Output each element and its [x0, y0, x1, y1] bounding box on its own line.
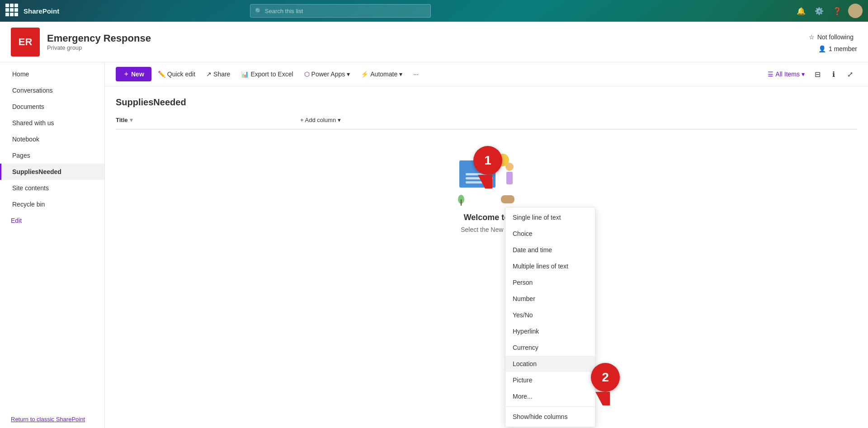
top-navigation: SharePoint 🔍 🔔 ⚙️ ❓	[0, 0, 868, 22]
sidebar-item-home[interactable]: Home	[0, 66, 104, 82]
sidebar: Home Conversations Documents Shared with…	[0, 62, 105, 428]
share-icon: ↗	[206, 71, 212, 78]
filter-icon[interactable]: ⊟	[810, 67, 825, 81]
search-input[interactable]	[265, 8, 426, 14]
help-icon[interactable]: ❓	[830, 4, 844, 18]
automate-button[interactable]: ⚡ Automate ▾	[356, 68, 407, 80]
dropdown-item-date-time[interactable]: Date and time	[505, 242, 595, 258]
more-button[interactable]: ···	[409, 68, 423, 80]
site-title-block: Emergency Response Private group	[47, 33, 805, 51]
power-apps-icon: ⬡	[304, 71, 310, 78]
all-items-dropdown[interactable]: ☰ All Items ▾	[764, 68, 808, 80]
callout-badge-1: 1	[473, 146, 502, 175]
list-header: Title ▾ + Add column ▾	[116, 115, 857, 130]
all-items-label: All Items	[775, 71, 800, 78]
bell-icon[interactable]: 🔔	[794, 4, 808, 18]
dropdown-divider	[505, 406, 595, 407]
main-content: ＋ New ✏️ Quick edit ↗ Share 📊 Export to …	[105, 62, 868, 428]
chevron-down-icon-2: ▾	[399, 71, 402, 78]
edit-icon: ✏️	[158, 71, 165, 78]
members-button[interactable]: 👤 1 member	[818, 45, 857, 52]
search-bar[interactable]: 🔍	[250, 4, 431, 18]
site-header: ER Emergency Response Private group ☆ No…	[0, 22, 868, 62]
person-icon: 👤	[818, 45, 826, 52]
callout-1-arrow	[478, 175, 492, 188]
star-icon: ☆	[809, 33, 815, 41]
expand-icon[interactable]: ⤢	[843, 67, 857, 81]
dropdown-item-person[interactable]: Person	[505, 274, 595, 291]
sidebar-edit-button[interactable]: Edit	[0, 212, 104, 229]
sidebar-item-supplies-needed[interactable]: SuppliesNeeded	[0, 164, 104, 180]
illustration-plant	[457, 193, 465, 206]
title-column-header[interactable]: Title ▾	[116, 117, 297, 123]
welcome-sub: Select the New bu	[461, 226, 512, 233]
welcome-title: Welcome to	[464, 213, 509, 222]
sort-icon: ▾	[130, 117, 133, 123]
dropdown-item-multi-line[interactable]: Multiple lines of text	[505, 258, 595, 274]
settings-icon[interactable]: ⚙️	[812, 4, 826, 18]
dropdown-item-more[interactable]: More...	[505, 388, 595, 404]
sidebar-item-shared-with-us[interactable]: Shared with us	[0, 115, 104, 131]
callout-badge-2: 2	[591, 363, 620, 392]
list-icon: ☰	[768, 71, 774, 78]
new-button[interactable]: ＋ New	[116, 67, 151, 81]
sidebar-item-recycle-bin[interactable]: Recycle bin	[0, 196, 104, 212]
return-to-classic-link[interactable]: Return to classic SharePoint	[0, 410, 104, 428]
callout-2: 2	[591, 363, 620, 392]
title-col-label: Title	[116, 117, 128, 123]
site-title: Emergency Response	[47, 33, 805, 44]
sidebar-item-documents[interactable]: Documents	[0, 99, 104, 115]
members-label: 1 member	[829, 45, 857, 52]
plus-icon: ＋	[123, 70, 129, 78]
main-layout: Home Conversations Documents Shared with…	[0, 62, 868, 428]
share-button[interactable]: ↗ Share	[202, 68, 235, 80]
site-logo: ER	[11, 28, 40, 56]
callout-1: 1	[473, 146, 502, 175]
illustration-person	[505, 163, 514, 184]
chevron-down-icon-4: ▾	[338, 117, 341, 123]
chevron-down-icon: ▾	[347, 71, 350, 78]
power-apps-button[interactable]: ⬡ Power Apps ▾	[300, 68, 355, 80]
add-column-button[interactable]: + Add column ▾	[297, 115, 344, 125]
dropdown-item-currency[interactable]: Currency	[505, 339, 595, 356]
command-bar: ＋ New ✏️ Quick edit ↗ Share 📊 Export to …	[105, 62, 868, 86]
sidebar-item-site-contents[interactable]: Site contents	[0, 180, 104, 196]
command-bar-right: ☰ All Items ▾ ⊟ ℹ ⤢	[764, 67, 857, 81]
add-column-dropdown: Single line of text Choice Date and time…	[505, 207, 595, 427]
dropdown-item-show-hide[interactable]: Show/hide columns	[505, 409, 595, 425]
dropdown-item-yes-no[interactable]: Yes/No	[505, 307, 595, 323]
dropdown-item-number[interactable]: Number	[505, 291, 595, 307]
dropdown-item-hyperlink[interactable]: Hyperlink	[505, 323, 595, 339]
sidebar-item-notebook[interactable]: Notebook	[0, 131, 104, 147]
avatar-icon[interactable]	[848, 4, 863, 18]
dropdown-item-single-line[interactable]: Single line of text	[505, 209, 595, 226]
dropdown-item-choice[interactable]: Choice	[505, 226, 595, 242]
quick-edit-button[interactable]: ✏️ Quick edit	[153, 68, 200, 80]
not-following-label: Not following	[817, 33, 854, 41]
chevron-down-icon-3: ▾	[802, 71, 805, 78]
power-apps-label: Power Apps	[311, 71, 345, 78]
not-following-button[interactable]: ☆ Not following	[805, 32, 857, 42]
illustration-dog	[501, 195, 514, 203]
quick-edit-label: Quick edit	[167, 71, 195, 78]
site-subtitle: Private group	[47, 44, 805, 51]
svg-rect-1	[461, 199, 462, 206]
sidebar-item-pages[interactable]: Pages	[0, 147, 104, 164]
callout-2-arrow	[595, 392, 610, 405]
dropdown-item-picture[interactable]: Picture	[505, 372, 595, 388]
excel-icon: 📊	[241, 71, 249, 78]
automate-label: Automate	[370, 71, 397, 78]
nav-icons-group: 🔔 ⚙️ ❓	[794, 4, 863, 18]
sharepoint-logo: SharePoint	[24, 7, 59, 15]
info-icon[interactable]: ℹ	[826, 67, 841, 81]
list-title: SuppliesNeeded	[116, 97, 857, 108]
export-button[interactable]: 📊 Export to Excel	[236, 68, 297, 80]
share-label: Share	[213, 71, 230, 78]
automate-icon: ⚡	[361, 71, 368, 78]
site-header-right: ☆ Not following 👤 1 member	[805, 32, 857, 52]
sidebar-item-conversations[interactable]: Conversations	[0, 82, 104, 99]
add-col-label: + Add column	[300, 117, 336, 123]
dropdown-item-location[interactable]: Location	[505, 356, 595, 372]
waffle-icon[interactable]	[5, 4, 20, 18]
export-label: Export to Excel	[250, 71, 293, 78]
